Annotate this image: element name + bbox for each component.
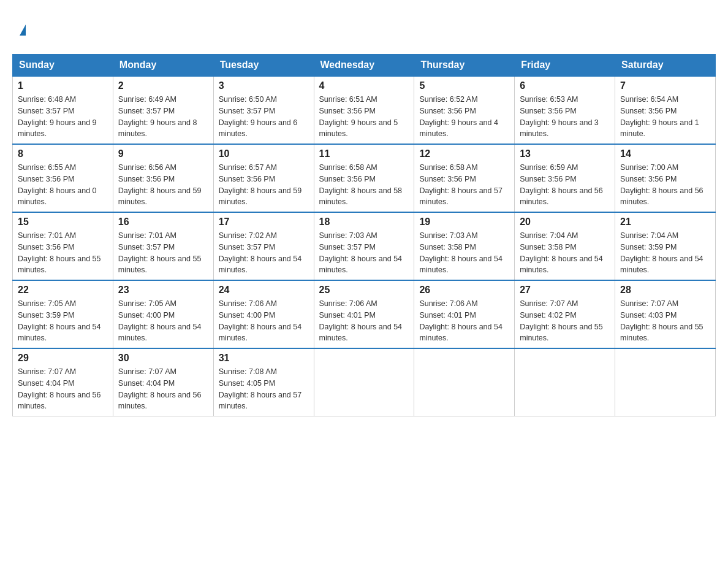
day-cell: 20 Sunrise: 7:04 AM Sunset: 3:58 PM Dayl… [515,212,615,280]
day-number: 28 [620,285,710,296]
day-cell: 25 Sunrise: 7:06 AM Sunset: 4:01 PM Dayl… [314,280,414,348]
day-cell: 4 Sunrise: 6:51 AM Sunset: 3:56 PM Dayli… [314,76,414,144]
day-cell: 14 Sunrise: 7:00 AM Sunset: 3:56 PM Dayl… [615,144,716,212]
calendar-body: 1 Sunrise: 6:48 AM Sunset: 3:57 PM Dayli… [13,76,716,416]
week-row-3: 15 Sunrise: 7:01 AM Sunset: 3:56 PM Dayl… [13,212,716,280]
day-cell: 1 Sunrise: 6:48 AM Sunset: 3:57 PM Dayli… [13,76,113,144]
day-info: Sunrise: 6:57 AM Sunset: 3:56 PM Dayligh… [219,162,309,208]
day-cell: 16 Sunrise: 7:01 AM Sunset: 3:57 PM Dayl… [113,212,213,280]
day-number: 3 [219,80,309,91]
day-info: Sunrise: 7:03 AM Sunset: 3:57 PM Dayligh… [319,230,409,276]
day-info: Sunrise: 7:07 AM Sunset: 4:02 PM Dayligh… [520,298,610,344]
day-number: 11 [319,148,409,159]
logo-general-line [18,18,26,36]
day-info: Sunrise: 7:07 AM Sunset: 4:04 PM Dayligh… [118,366,208,412]
week-row-5: 29 Sunrise: 7:07 AM Sunset: 4:04 PM Dayl… [13,348,716,416]
day-cell: 27 Sunrise: 7:07 AM Sunset: 4:02 PM Dayl… [515,280,615,348]
day-info: Sunrise: 7:06 AM Sunset: 4:01 PM Dayligh… [319,298,409,344]
day-info: Sunrise: 7:01 AM Sunset: 3:57 PM Dayligh… [118,230,208,276]
day-cell: 24 Sunrise: 7:06 AM Sunset: 4:00 PM Dayl… [213,280,314,348]
calendar-header: SundayMondayTuesdayWednesdayThursdayFrid… [13,55,716,77]
day-info: Sunrise: 6:53 AM Sunset: 3:56 PM Dayligh… [520,94,610,140]
day-number: 7 [620,80,710,91]
day-info: Sunrise: 7:07 AM Sunset: 4:04 PM Dayligh… [18,366,108,412]
day-cell: 31 Sunrise: 7:08 AM Sunset: 4:05 PM Dayl… [213,348,314,416]
day-number: 8 [18,148,108,159]
day-info: Sunrise: 7:07 AM Sunset: 4:03 PM Dayligh… [620,298,710,344]
day-number: 30 [118,353,208,364]
header-tuesday: Tuesday [213,55,314,77]
day-cell: 28 Sunrise: 7:07 AM Sunset: 4:03 PM Dayl… [615,280,716,348]
day-info: Sunrise: 7:05 AM Sunset: 4:00 PM Dayligh… [118,298,208,344]
day-number: 9 [118,148,208,159]
day-number: 27 [520,285,610,296]
day-cell: 30 Sunrise: 7:07 AM Sunset: 4:04 PM Dayl… [113,348,213,416]
day-info: Sunrise: 7:02 AM Sunset: 3:57 PM Dayligh… [219,230,309,276]
day-number: 2 [118,80,208,91]
day-info: Sunrise: 6:58 AM Sunset: 3:56 PM Dayligh… [419,162,509,208]
day-info: Sunrise: 6:58 AM Sunset: 3:56 PM Dayligh… [319,162,409,208]
day-cell: 21 Sunrise: 7:04 AM Sunset: 3:59 PM Dayl… [615,212,716,280]
day-number: 14 [620,148,710,159]
day-cell: 12 Sunrise: 6:58 AM Sunset: 3:56 PM Dayl… [414,144,515,212]
day-number: 21 [620,216,710,228]
day-cell: 15 Sunrise: 7:01 AM Sunset: 3:56 PM Dayl… [13,212,113,280]
day-cell: 7 Sunrise: 6:54 AM Sunset: 3:56 PM Dayli… [615,76,716,144]
day-cell: 26 Sunrise: 7:06 AM Sunset: 4:01 PM Dayl… [414,280,515,348]
day-cell: 5 Sunrise: 6:52 AM Sunset: 3:56 PM Dayli… [414,76,515,144]
day-number: 24 [219,285,309,296]
day-info: Sunrise: 6:51 AM Sunset: 3:56 PM Dayligh… [319,94,409,140]
day-info: Sunrise: 7:08 AM Sunset: 4:05 PM Dayligh… [219,366,309,412]
day-number: 17 [219,216,309,228]
day-info: Sunrise: 7:01 AM Sunset: 3:56 PM Dayligh… [18,230,108,276]
day-info: Sunrise: 7:03 AM Sunset: 3:58 PM Dayligh… [419,230,509,276]
logo [18,18,26,36]
day-number: 4 [319,80,409,91]
day-number: 26 [419,285,509,296]
day-cell [414,348,515,416]
day-number: 16 [118,216,208,228]
day-info: Sunrise: 6:56 AM Sunset: 3:56 PM Dayligh… [118,162,208,208]
day-cell [314,348,414,416]
day-info: Sunrise: 6:59 AM Sunset: 3:56 PM Dayligh… [520,162,610,208]
header-sunday: Sunday [13,55,113,77]
day-cell: 22 Sunrise: 7:05 AM Sunset: 3:59 PM Dayl… [13,280,113,348]
day-cell: 13 Sunrise: 6:59 AM Sunset: 3:56 PM Dayl… [515,144,615,212]
day-number: 23 [118,285,208,296]
week-row-2: 8 Sunrise: 6:55 AM Sunset: 3:56 PM Dayli… [13,144,716,212]
day-info: Sunrise: 6:50 AM Sunset: 3:57 PM Dayligh… [219,94,309,140]
header-friday: Friday [515,55,615,77]
day-cell: 29 Sunrise: 7:07 AM Sunset: 4:04 PM Dayl… [13,348,113,416]
day-number: 18 [319,216,409,228]
day-cell: 2 Sunrise: 6:49 AM Sunset: 3:57 PM Dayli… [113,76,213,144]
header-monday: Monday [113,55,213,77]
day-number: 22 [18,285,108,296]
day-cell [615,348,716,416]
page-header [12,12,716,42]
day-cell: 23 Sunrise: 7:05 AM Sunset: 4:00 PM Dayl… [113,280,213,348]
header-wednesday: Wednesday [314,55,414,77]
day-info: Sunrise: 7:00 AM Sunset: 3:56 PM Dayligh… [620,162,710,208]
day-cell: 11 Sunrise: 6:58 AM Sunset: 3:56 PM Dayl… [314,144,414,212]
day-number: 13 [520,148,610,159]
day-cell: 9 Sunrise: 6:56 AM Sunset: 3:56 PM Dayli… [113,144,213,212]
day-info: Sunrise: 7:04 AM Sunset: 3:59 PM Dayligh… [620,230,710,276]
day-info: Sunrise: 6:52 AM Sunset: 3:56 PM Dayligh… [419,94,509,140]
day-info: Sunrise: 6:54 AM Sunset: 3:56 PM Dayligh… [620,94,710,140]
week-row-1: 1 Sunrise: 6:48 AM Sunset: 3:57 PM Dayli… [13,76,716,144]
day-cell: 18 Sunrise: 7:03 AM Sunset: 3:57 PM Dayl… [314,212,414,280]
day-number: 5 [419,80,509,91]
day-number: 15 [18,216,108,228]
day-number: 31 [219,353,309,364]
week-row-4: 22 Sunrise: 7:05 AM Sunset: 3:59 PM Dayl… [13,280,716,348]
day-number: 25 [319,285,409,296]
day-cell: 10 Sunrise: 6:57 AM Sunset: 3:56 PM Dayl… [213,144,314,212]
header-thursday: Thursday [414,55,515,77]
day-number: 6 [520,80,610,91]
day-cell: 3 Sunrise: 6:50 AM Sunset: 3:57 PM Dayli… [213,76,314,144]
header-row: SundayMondayTuesdayWednesdayThursdayFrid… [13,55,716,77]
header-saturday: Saturday [615,55,716,77]
day-info: Sunrise: 6:48 AM Sunset: 3:57 PM Dayligh… [18,94,108,140]
day-cell [515,348,615,416]
day-info: Sunrise: 6:49 AM Sunset: 3:57 PM Dayligh… [118,94,208,140]
